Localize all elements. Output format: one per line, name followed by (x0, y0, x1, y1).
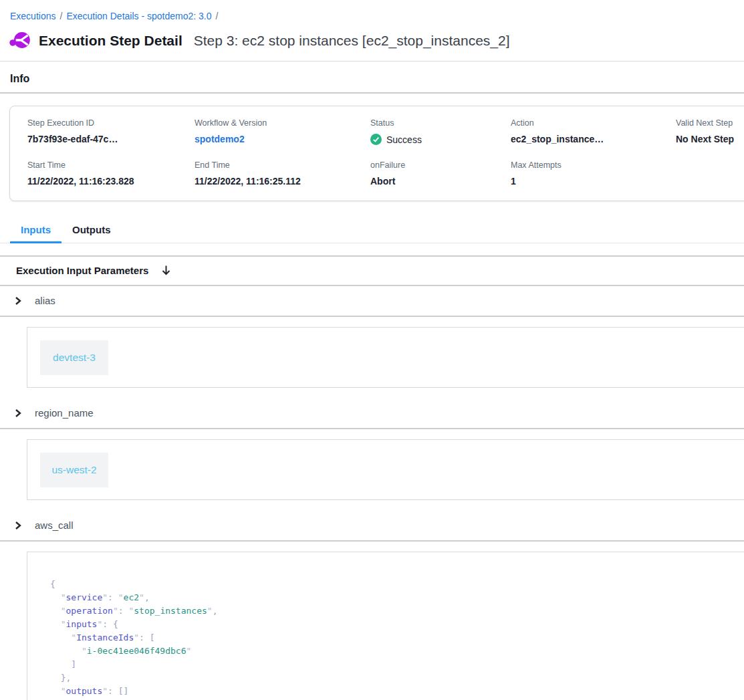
info-card: Step Execution ID 7b73f93e-edaf-47c… Wor… (9, 106, 744, 201)
field-label: onFailure (370, 160, 511, 170)
field-step-execution-id: Step Execution ID 7b73f93e-edaf-47c… (27, 118, 195, 145)
field-label: Status (370, 118, 511, 128)
field-value: 7b73f93e-edaf-47c… (27, 134, 195, 144)
param-value-panel: devtest-3 (27, 327, 744, 388)
param-row-region-name[interactable]: region_name (0, 398, 744, 429)
field-label: Step Execution ID (27, 118, 195, 128)
tab-bar: Inputs Outputs (0, 220, 744, 243)
status-text: Success (386, 134, 422, 145)
field-onfailure: onFailure Abort (370, 160, 511, 187)
execution-input-parameters-header: Execution Input Parameters (0, 255, 744, 286)
field-end-time: End Time 11/22/2022, 11:16:25.112 (195, 160, 370, 187)
field-label: Max Attempts (511, 160, 676, 170)
breadcrumb: Executions/Execution Details - spotdemo2… (0, 0, 744, 21)
info-card-row-1: Step Execution ID 7b73f93e-edaf-47c… Wor… (27, 118, 744, 145)
chip-text: devtest-3 (53, 352, 96, 364)
chip-text: us-west-2 (51, 464, 96, 476)
breadcrumb-separator: / (216, 11, 219, 21)
param-code-panel: { "service": "ec2", "operation": "stop_i… (27, 552, 744, 700)
param-section-alias: alias devtest-3 (0, 286, 744, 388)
field-start-time: Start Time 11/22/2022, 11:16:23.828 (27, 160, 195, 187)
field-value: 11/22/2022, 11:16:25.112 (195, 176, 370, 187)
field-label: Start Time (27, 160, 195, 170)
tab-inputs[interactable]: Inputs (10, 220, 61, 243)
param-row-alias[interactable]: alias (0, 286, 744, 317)
param-value-chip: devtest-3 (40, 340, 108, 375)
success-check-icon (370, 134, 382, 145)
param-name: aws_call (35, 519, 74, 531)
field-action: Action ec2_stop_instance… (511, 118, 676, 145)
param-value-panel: us-west-2 (27, 439, 744, 500)
field-label: Valid Next Step (676, 118, 744, 128)
chevron-right-icon (14, 521, 22, 530)
field-label: Workflow & Version (195, 118, 370, 128)
status-badge: Success (370, 134, 511, 145)
param-row-aws-call[interactable]: aws_call (0, 511, 744, 542)
param-name: alias (35, 295, 55, 306)
params-header-title: Execution Input Parameters (16, 265, 148, 276)
field-max-attempts: Max Attempts 1 (511, 160, 676, 187)
field-value: 1 (511, 176, 676, 187)
chevron-right-icon (14, 409, 22, 418)
breadcrumb-link-execution-details[interactable]: Execution Details - spotdemo2: 3.0 (66, 11, 211, 21)
field-value: ec2_stop_instance… (511, 134, 676, 144)
field-workflow-version: Workflow & Version spotdemo2 (195, 118, 370, 145)
page-subtitle: Step 3: ec2 stop instances [ec2_stop_ins… (194, 33, 510, 49)
info-card-row-2: Start Time 11/22/2022, 11:16:23.828 End … (27, 160, 744, 187)
param-value-chip: us-west-2 (40, 453, 108, 487)
page-title: Execution Step Detail (39, 33, 182, 49)
page-header: Execution Step Detail Step 3: ec2 stop i… (0, 21, 744, 62)
field-status: Status Success (370, 118, 511, 145)
field-value: No Next Step (676, 134, 744, 144)
field-value: Abort (370, 176, 511, 187)
breadcrumb-separator: / (59, 11, 62, 21)
field-value: 11/22/2022, 11:16:23.828 (27, 176, 195, 187)
json-code: { "service": "ec2", "operation": "stop_i… (50, 578, 744, 700)
field-valid-next-step: Valid Next Step No Next Step (676, 118, 744, 145)
workflow-link[interactable]: spotdemo2 (195, 134, 245, 144)
field-label: End Time (195, 160, 370, 170)
field-label: Action (511, 118, 676, 128)
chevron-right-icon (14, 296, 22, 306)
param-section-region-name: region_name us-west-2 (0, 398, 744, 500)
tab-outputs[interactable]: Outputs (61, 220, 122, 243)
param-section-aws-call: aws_call { "service": "ec2", "operation"… (0, 511, 744, 700)
breadcrumb-link-executions[interactable]: Executions (10, 11, 55, 21)
param-name: region_name (35, 407, 94, 419)
field-empty (676, 160, 744, 187)
info-section-title: Info (0, 62, 744, 94)
brand-logo-icon (9, 30, 30, 51)
arrow-down-icon[interactable] (161, 265, 171, 276)
